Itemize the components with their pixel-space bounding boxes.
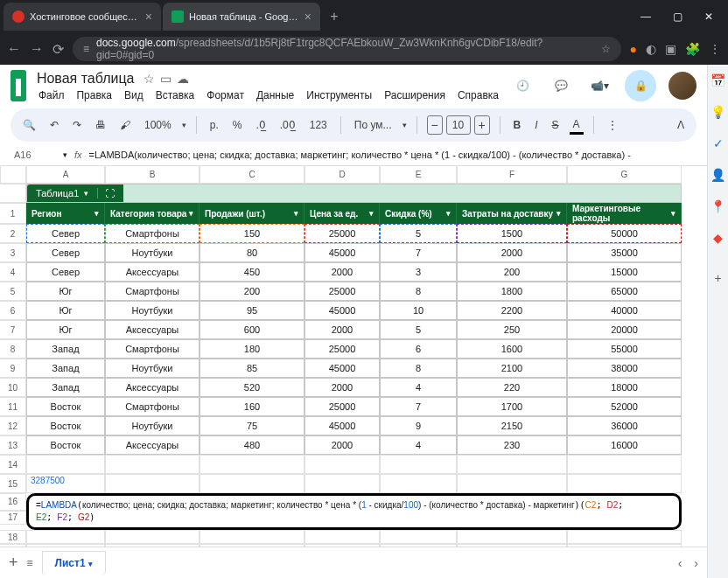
cell[interactable]: 38000	[567, 359, 682, 378]
cell[interactable]: 480	[200, 435, 304, 455]
cell[interactable]	[105, 455, 200, 474]
print-icon[interactable]: 🖶	[92, 117, 109, 133]
cell[interactable]: 7	[380, 397, 457, 416]
col-header-G[interactable]: G	[567, 166, 682, 184]
chevron-down-icon[interactable]: ▾	[402, 121, 407, 129]
zoom-select[interactable]: 100%	[141, 117, 175, 133]
row-header-10[interactable]: 10	[0, 378, 26, 397]
cell[interactable]: Восток	[26, 435, 105, 455]
reload-icon[interactable]: ⟳	[52, 41, 64, 58]
add-sheet-button[interactable]: +	[9, 554, 18, 572]
cell[interactable]: 2000	[304, 378, 380, 397]
cell[interactable]: 45000	[304, 416, 380, 435]
search-icon[interactable]: 🔍	[19, 117, 39, 133]
namebox-chevron-icon[interactable]: ▾	[63, 150, 67, 159]
textcolor-button[interactable]: A	[570, 116, 584, 135]
italic-button[interactable]: I	[531, 117, 541, 133]
cell[interactable]: Юг	[26, 301, 105, 320]
menu-view[interactable]: Вид	[124, 89, 144, 101]
menu-file[interactable]: Файл	[38, 89, 65, 101]
row-header-11[interactable]: 11	[0, 397, 26, 416]
cell[interactable]	[567, 544, 682, 547]
cell[interactable]: Юг	[26, 282, 105, 301]
cell[interactable]: 45000	[304, 243, 380, 262]
cell[interactable]: Ноутбуки	[105, 416, 200, 435]
scroll-left-icon[interactable]: ‹	[678, 556, 682, 570]
cell[interactable]: 150	[200, 224, 304, 243]
undo-icon[interactable]: ↶	[46, 117, 62, 133]
fontsize-minus[interactable]: −	[427, 115, 443, 135]
ext-3-icon[interactable]: ▣	[665, 42, 676, 56]
row-header-15[interactable]: 15	[0, 474, 26, 493]
row-header-17[interactable]: 17	[0, 511, 26, 525]
cell[interactable]: 36000	[567, 416, 682, 435]
cell[interactable]: 180	[200, 339, 304, 359]
cell[interactable]	[380, 455, 457, 474]
cell[interactable]: 40000	[567, 301, 682, 320]
cell[interactable]: 1600	[457, 339, 567, 359]
row-header-14[interactable]: 14	[0, 455, 26, 474]
menu-help[interactable]: Справка	[458, 89, 499, 101]
currency-button[interactable]: р.	[206, 117, 222, 133]
cell[interactable]: 20000	[567, 320, 682, 339]
cell[interactable]: Аксессуары	[105, 378, 200, 397]
close-window-icon[interactable]: ✕	[700, 10, 718, 23]
cell[interactable]: 35000	[567, 243, 682, 262]
percent-button[interactable]: %	[229, 117, 246, 133]
cell[interactable]: 2000	[304, 435, 380, 455]
row-header-18[interactable]: 18	[0, 530, 26, 544]
cell[interactable]: Север	[26, 224, 105, 243]
table-header[interactable]: Затраты на доставку▾	[457, 203, 567, 224]
table-header[interactable]: Продажи (шт.)▾	[200, 203, 304, 224]
cell[interactable]: Смартфоны	[105, 282, 200, 301]
cell[interactable]: 18000	[567, 378, 682, 397]
tab-1[interactable]: Хостинговое сообщество «Tir ×	[4, 3, 161, 31]
inc-decimals-button[interactable]: .00̲	[276, 117, 299, 133]
numfmt-button[interactable]: 123	[306, 117, 331, 133]
cell[interactable]: 200	[457, 262, 567, 282]
tab2-close-icon[interactable]: ×	[304, 10, 312, 24]
cell[interactable]: Запад	[26, 378, 105, 397]
cell[interactable]	[304, 455, 380, 474]
doc-title[interactable]: Новая таблица	[37, 71, 135, 87]
sheet-tab[interactable]: Лист1 ▾	[42, 551, 106, 575]
addon-icon[interactable]: ◆	[713, 231, 723, 245]
redo-icon[interactable]: ↷	[69, 117, 85, 133]
cell[interactable]: 15000	[567, 262, 682, 282]
cell[interactable]: Юг	[26, 320, 105, 339]
avatar[interactable]	[668, 72, 696, 100]
chevron-down-icon[interactable]: ▾	[182, 121, 186, 129]
scroll-right-icon[interactable]: ›	[694, 556, 698, 570]
row-header-8[interactable]: 8	[0, 339, 26, 359]
cell[interactable]: 52000	[567, 397, 682, 416]
formula-cell[interactable]: =LAMBDA(количество; цена; скидка; достав…	[26, 493, 682, 530]
cell[interactable]: 2200	[457, 301, 567, 320]
cell[interactable]: 2000	[457, 243, 567, 262]
formula-bar[interactable]: =LAMBDA(количество; цена; скидка; достав…	[89, 150, 631, 160]
menu-tools[interactable]: Инструменты	[306, 89, 372, 101]
col-header-E[interactable]: E	[380, 166, 457, 184]
sheets-logo-icon[interactable]	[10, 70, 26, 101]
row-header-4[interactable]: 4	[0, 262, 26, 282]
cell[interactable]: Ноутбуки	[105, 243, 200, 262]
cell[interactable]	[380, 530, 457, 544]
cell[interactable]: Смартфоны	[105, 224, 200, 243]
cell[interactable]	[105, 544, 200, 547]
cell[interactable]: 2150	[457, 416, 567, 435]
cell[interactable]	[457, 455, 567, 474]
tab1-close-icon[interactable]: ×	[145, 10, 152, 24]
cell[interactable]	[567, 530, 682, 544]
col-header-C[interactable]: C	[200, 166, 304, 184]
forward-icon[interactable]: →	[30, 41, 44, 57]
cell[interactable]: 10	[380, 301, 457, 320]
cell[interactable]	[26, 530, 105, 544]
cell[interactable]	[457, 530, 567, 544]
table-header[interactable]: Маркетинговые расходы▾	[567, 203, 682, 224]
star-icon[interactable]: ☆	[601, 43, 611, 55]
cell[interactable]: 230	[457, 435, 567, 455]
cell[interactable]	[26, 544, 105, 547]
cell[interactable]: 1500	[457, 224, 567, 243]
comments-icon[interactable]: 💬	[548, 73, 574, 99]
star-doc-icon[interactable]: ☆	[144, 72, 155, 86]
cell[interactable]: Смартфоны	[105, 339, 200, 359]
